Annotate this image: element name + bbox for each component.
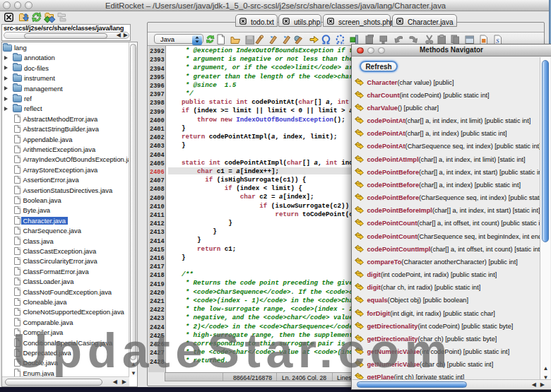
svg-text:S: S	[496, 37, 499, 44]
